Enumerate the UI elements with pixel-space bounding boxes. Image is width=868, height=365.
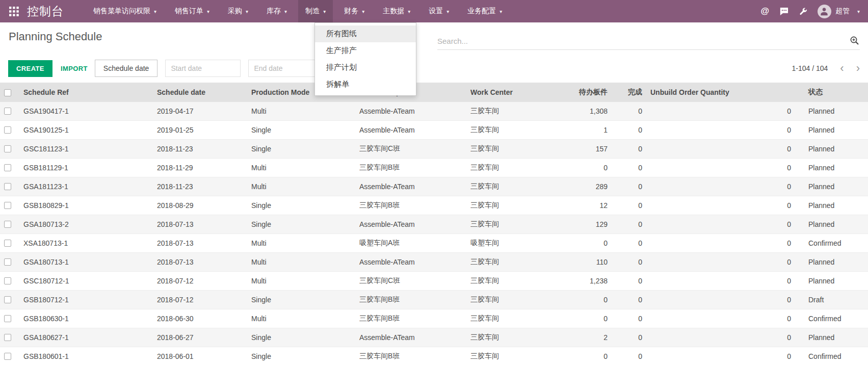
cell-schedule-ref: XSA180713-1 (19, 234, 153, 253)
column-header-unbuild-order-quantity[interactable]: Unbuild Order Quantity (646, 83, 804, 102)
column-header-work-center[interactable]: Work Center (466, 83, 550, 102)
page-title: Planning Schedule (9, 30, 102, 43)
cell-status: Planned (804, 177, 868, 196)
cell-production-mode: Multi (247, 177, 355, 196)
row-checkbox[interactable] (4, 202, 11, 209)
table-row[interactable]: GSA180713-12018-07-13MultiAssemble-ATeam… (0, 253, 868, 272)
nav-menu-item[interactable]: 财务▾ (337, 0, 372, 22)
cell-work-center: 三胶车间 (466, 159, 550, 177)
table-row[interactable]: GSA180713-22018-07-13SingleAssemble-ATea… (0, 215, 868, 234)
cell-work-center: 三胶车间 (466, 121, 550, 140)
table-row[interactable]: GSB181129-12018-11-29Multi三胶车间B班三胶车间000P… (0, 159, 868, 177)
cell-status: Planned (804, 121, 868, 140)
schedule-date-filter-button[interactable]: Schedule date (95, 60, 158, 77)
column-header-schedule-ref[interactable]: Schedule Ref (19, 83, 153, 102)
table-row[interactable]: GSA190417-12019-04-17MultiAssemble-ATeam… (0, 102, 868, 121)
nav-menu-item[interactable]: 销售订单▾ (168, 0, 217, 22)
row-checkbox-cell (0, 328, 19, 347)
nav-menu-label: 库存 (267, 7, 281, 16)
cell-work-center: 吸塑车间 (466, 234, 550, 253)
cell-status: Confirmed (804, 309, 868, 328)
pager-previous-icon[interactable]: ‹ (840, 63, 844, 74)
select-all-checkbox[interactable] (4, 89, 11, 96)
table-row[interactable]: GSA190125-12019-01-25SingleAssemble-ATea… (0, 121, 868, 140)
mentions-icon[interactable]: @ (760, 6, 769, 16)
chat-icon[interactable] (779, 7, 788, 16)
row-checkbox[interactable] (4, 164, 11, 171)
row-checkbox[interactable] (4, 240, 11, 247)
cell-work-center: 三胶车间 (466, 177, 550, 196)
search-input[interactable] (437, 37, 850, 45)
cell-pending-panels: 0 (550, 291, 612, 309)
cell-schedule-date: 2019-01-25 (153, 121, 247, 140)
app-brand[interactable]: 控制台 (27, 0, 64, 22)
table-row[interactable]: GSC181123-12018-11-23Single三胶车间C班三胶车间157… (0, 140, 868, 159)
cell-unbuild-order-quantity: 0 (646, 328, 804, 347)
nav-menu-item[interactable]: 设置▾ (422, 0, 456, 22)
end-date-input[interactable] (248, 60, 324, 77)
row-checkbox-cell (0, 159, 19, 177)
nav-menu-item[interactable]: 销售菜单访问权限▾ (86, 0, 164, 22)
search-magnifier-icon[interactable] (850, 36, 860, 46)
cell-work-group: 三胶车间B班 (355, 309, 466, 328)
cell-done: 0 (612, 102, 646, 121)
row-checkbox[interactable] (4, 108, 11, 115)
table-row[interactable]: GSC180712-12018-07-12Multi三胶车间C班三胶车间1,23… (0, 272, 868, 291)
cell-unbuild-order-quantity: 0 (646, 102, 804, 121)
create-button[interactable]: CREATE (8, 60, 52, 77)
cell-schedule-date: 2018-07-13 (153, 215, 247, 234)
table-row[interactable]: GSA180627-12018-06-27SingleAssemble-ATea… (0, 328, 868, 347)
cell-production-mode: Single (247, 215, 355, 234)
table-row[interactable]: XSA180713-12018-07-13Multi吸塑车间A班吸塑车间000C… (0, 234, 868, 253)
cell-done: 0 (612, 291, 646, 309)
row-checkbox[interactable] (4, 315, 11, 322)
cell-work-group: 吸塑车间A班 (355, 234, 466, 253)
pager-next-icon[interactable]: › (856, 63, 860, 74)
import-button[interactable]: IMPORT (61, 65, 88, 72)
cell-work-group: 三胶车间C班 (355, 140, 466, 159)
cell-pending-panels: 1,308 (550, 102, 612, 121)
table-row[interactable]: GSB180630-12018-06-30Multi三胶车间B班三胶车间000C… (0, 309, 868, 328)
table-row[interactable]: GSA181123-12018-11-23MultiAssemble-ATeam… (0, 177, 868, 196)
column-header-done[interactable]: 完成 (612, 83, 646, 102)
row-checkbox[interactable] (4, 334, 11, 341)
dropdown-menu-item[interactable]: 所有图纸 (315, 25, 416, 42)
column-header-schedule-date[interactable]: Schedule date (153, 83, 247, 102)
table-row[interactable]: GSB180829-12018-08-29Single三胶车间B班三胶车间120… (0, 196, 868, 215)
nav-menu-item[interactable]: 库存▾ (259, 0, 294, 22)
nav-menu-item[interactable]: 业务配置▾ (460, 0, 509, 22)
user-menu[interactable]: 超管 ▾ (818, 5, 860, 18)
table-row[interactable]: GSB180712-12018-07-12Single三胶车间B班三胶车间000… (0, 291, 868, 309)
cell-pending-panels: 289 (550, 177, 612, 196)
cell-production-mode: Multi (247, 234, 355, 253)
row-checkbox[interactable] (4, 277, 11, 284)
cell-pending-panels: 1 (550, 121, 612, 140)
row-checkbox[interactable] (4, 296, 11, 303)
row-checkbox[interactable] (4, 353, 11, 360)
dropdown-menu-item[interactable]: 生产排产 (315, 42, 416, 59)
cell-pending-panels: 12 (550, 196, 612, 215)
row-checkbox[interactable] (4, 183, 11, 190)
nav-menu-item[interactable]: 制造▾ (298, 0, 333, 22)
row-checkbox[interactable] (4, 145, 11, 152)
column-header-status[interactable]: 状态 (804, 83, 868, 102)
nav-menu-item[interactable]: 主数据▾ (376, 0, 417, 22)
cell-status: Planned (804, 159, 868, 177)
dropdown-menu-item[interactable]: 拆解单 (315, 76, 416, 93)
row-checkbox-cell (0, 121, 19, 140)
cell-schedule-ref: GSB181129-1 (19, 159, 153, 177)
dropdown-menu-item[interactable]: 排产计划 (315, 59, 416, 76)
nav-menu-item[interactable]: 采购▾ (221, 0, 255, 22)
cell-schedule-ref: GSA190417-1 (19, 102, 153, 121)
row-checkbox[interactable] (4, 221, 11, 228)
column-header-pending-panels[interactable]: 待办板件 (550, 83, 612, 102)
row-checkbox[interactable] (4, 126, 11, 134)
cell-unbuild-order-quantity: 0 (646, 121, 804, 140)
apps-grid-icon[interactable] (6, 0, 22, 22)
table-row[interactable]: GSB180601-12018-06-01Single三胶车间B班三胶车间000… (0, 347, 868, 365)
row-checkbox[interactable] (4, 258, 11, 266)
tools-wrench-icon[interactable] (799, 7, 807, 16)
pager-range: 1-104 / 104 (792, 64, 828, 72)
cell-unbuild-order-quantity: 0 (646, 309, 804, 328)
start-date-input[interactable] (165, 60, 241, 77)
